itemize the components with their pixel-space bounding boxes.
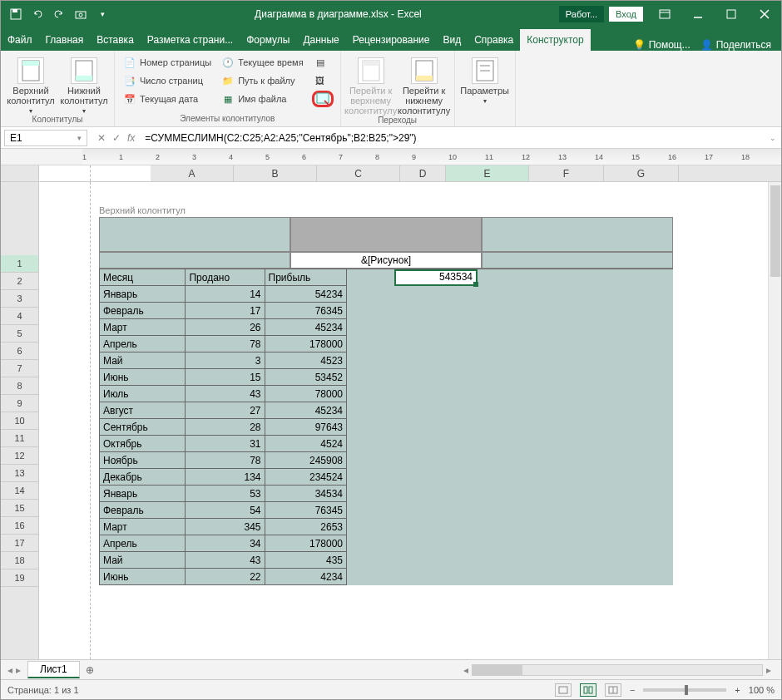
row-header-7[interactable]: 7 bbox=[1, 360, 38, 377]
format-picture-button[interactable] bbox=[312, 91, 334, 107]
tell-me-button[interactable]: 💡 Помощ... bbox=[633, 39, 690, 51]
redo-icon[interactable] bbox=[52, 7, 66, 21]
table-row[interactable]: Май43435 bbox=[100, 552, 347, 569]
zoom-out-button[interactable]: − bbox=[630, 685, 635, 695]
zoom-level[interactable]: 100 % bbox=[749, 685, 775, 695]
ribbon-options-icon[interactable] bbox=[648, 1, 681, 27]
row-header-8[interactable]: 8 bbox=[1, 377, 38, 395]
save-icon[interactable] bbox=[9, 7, 22, 21]
page-count-button[interactable]: 📑Число страниц bbox=[121, 72, 213, 89]
table-row[interactable]: Октябрь314524 bbox=[100, 436, 347, 452]
fx-icon[interactable]: fx bbox=[127, 132, 135, 144]
row-header-13[interactable]: 13 bbox=[1, 465, 38, 482]
row-header-18[interactable]: 18 bbox=[1, 552, 38, 569]
current-date-button[interactable]: 📅Текущая дата bbox=[121, 91, 213, 107]
picture-button[interactable]: 🖼 bbox=[312, 72, 334, 89]
qat-more-icon[interactable]: ▾ bbox=[96, 7, 109, 21]
tab-home[interactable]: Главная bbox=[39, 29, 91, 51]
page-layout-view-button[interactable] bbox=[580, 683, 596, 697]
table-row[interactable]: Апрель34178000 bbox=[100, 535, 347, 552]
row-header-10[interactable]: 10 bbox=[1, 412, 38, 430]
footer-button[interactable]: Нижний колонтитул ▾ bbox=[61, 54, 107, 115]
table-header[interactable]: Месяц bbox=[100, 269, 186, 286]
row-header-16[interactable]: 16 bbox=[1, 517, 38, 535]
col-header-E[interactable]: E bbox=[446, 165, 529, 181]
expand-formula-icon[interactable]: ⌄ bbox=[765, 134, 781, 142]
tab-data[interactable]: Данные bbox=[296, 29, 345, 51]
page-break-view-button[interactable] bbox=[605, 683, 621, 697]
col-header-A[interactable]: A bbox=[151, 165, 234, 181]
col-header-B[interactable]: B bbox=[234, 165, 317, 181]
tab-page-layout[interactable]: Разметка страни... bbox=[141, 29, 240, 51]
file-path-button[interactable]: 📁Путь к файлу bbox=[220, 72, 304, 89]
header-center-content[interactable]: &[Рисунок] bbox=[290, 252, 482, 269]
maximize-button[interactable] bbox=[715, 1, 748, 27]
tab-review[interactable]: Рецензирование bbox=[346, 29, 437, 51]
table-row[interactable]: Июнь224234 bbox=[100, 569, 347, 585]
row-header-19[interactable]: 19 bbox=[1, 569, 38, 587]
tab-insert[interactable]: Вставка bbox=[90, 29, 141, 51]
worksheet[interactable]: Верхний колонтитул &[Рисунок] bbox=[39, 182, 781, 659]
select-all-corner[interactable] bbox=[1, 165, 39, 181]
tab-file[interactable]: Файл bbox=[1, 29, 39, 51]
table-row[interactable]: Сентябрь2897643 bbox=[100, 419, 347, 436]
options-button[interactable]: Параметры ▾ bbox=[462, 54, 508, 105]
data-table[interactable]: МесяцПроданоПрибыль Январь1454234Февраль… bbox=[99, 269, 347, 585]
table-row[interactable]: Март3452653 bbox=[100, 519, 347, 535]
selected-cell[interactable]: 543534 bbox=[394, 269, 478, 286]
name-box[interactable]: E1▾ bbox=[4, 130, 87, 146]
table-row[interactable]: Январь5334534 bbox=[100, 486, 347, 502]
row-header-15[interactable]: 15 bbox=[1, 500, 38, 517]
page-number-button[interactable]: 📄Номер страницы bbox=[121, 54, 213, 71]
share-button[interactable]: 👤 Поделиться bbox=[700, 39, 771, 51]
sheet-nav-prev-icon[interactable]: ◂ bbox=[7, 664, 12, 676]
zoom-in-button[interactable]: + bbox=[735, 685, 740, 695]
col-header-G[interactable]: G bbox=[604, 165, 679, 181]
sheet-name-button[interactable]: ▤ bbox=[312, 54, 334, 71]
col-header-C[interactable]: C bbox=[317, 165, 400, 181]
table-row[interactable]: Март2645234 bbox=[100, 319, 347, 336]
row-header-3[interactable]: 3 bbox=[1, 290, 38, 308]
table-row[interactable]: Август2745234 bbox=[100, 402, 347, 419]
row-header-6[interactable]: 6 bbox=[1, 343, 38, 360]
tab-help[interactable]: Справка bbox=[468, 29, 520, 51]
row-header-1[interactable]: 1 bbox=[1, 255, 38, 273]
row-header-17[interactable]: 17 bbox=[1, 535, 38, 552]
undo-icon[interactable] bbox=[31, 7, 44, 21]
row-header-4[interactable]: 4 bbox=[1, 308, 38, 325]
vertical-scrollbar[interactable] bbox=[768, 182, 781, 659]
row-header-9[interactable]: 9 bbox=[1, 395, 38, 412]
col-header-F[interactable]: F bbox=[529, 165, 604, 181]
goto-footer-button[interactable]: Перейти к нижнему колонтитулу bbox=[401, 54, 448, 116]
table-row[interactable]: Февраль5476345 bbox=[100, 502, 347, 519]
normal-view-button[interactable] bbox=[555, 683, 572, 697]
enter-formula-icon[interactable]: ✓ bbox=[112, 132, 121, 144]
row-header-2[interactable]: 2 bbox=[1, 273, 38, 290]
horizontal-scrollbar[interactable]: ◂ ▸ bbox=[100, 664, 781, 676]
row-header-14[interactable]: 14 bbox=[1, 482, 38, 500]
tab-view[interactable]: Вид bbox=[436, 29, 468, 51]
table-row[interactable]: Май34523 bbox=[100, 352, 347, 369]
header-region[interactable]: &[Рисунок] bbox=[99, 217, 673, 269]
row-header-11[interactable]: 11 bbox=[1, 430, 38, 447]
tab-formulas[interactable]: Формулы bbox=[240, 29, 296, 51]
minimize-button[interactable] bbox=[681, 1, 715, 27]
table-row[interactable]: Ноябрь78245908 bbox=[100, 452, 347, 469]
table-row[interactable]: Февраль1776345 bbox=[100, 303, 347, 319]
row-header-5[interactable]: 5 bbox=[1, 325, 38, 343]
formula-input[interactable]: =СУММЕСЛИМН(C2:C25;A2:A25;"Сентябрь";B2:… bbox=[141, 132, 765, 144]
current-time-button[interactable]: 🕐Текущее время bbox=[220, 54, 304, 71]
file-name-button[interactable]: ▦Имя файла bbox=[220, 91, 304, 107]
table-header[interactable]: Прибыль bbox=[265, 269, 347, 286]
row-header-12[interactable]: 12 bbox=[1, 447, 38, 465]
sheet-nav-next-icon[interactable]: ▸ bbox=[16, 664, 21, 676]
add-sheet-button[interactable]: ⊕ bbox=[80, 664, 100, 676]
camera-icon[interactable] bbox=[74, 7, 87, 21]
table-row[interactable]: Январь1454234 bbox=[100, 286, 347, 303]
table-row[interactable]: Июль4378000 bbox=[100, 386, 347, 402]
header-button[interactable]: Верхний колонтитул ▾ bbox=[7, 54, 54, 115]
table-header[interactable]: Продано bbox=[186, 269, 265, 286]
table-row[interactable]: Апрель78178000 bbox=[100, 336, 347, 352]
cancel-formula-icon[interactable]: ✕ bbox=[97, 132, 106, 144]
close-button[interactable] bbox=[748, 1, 781, 27]
